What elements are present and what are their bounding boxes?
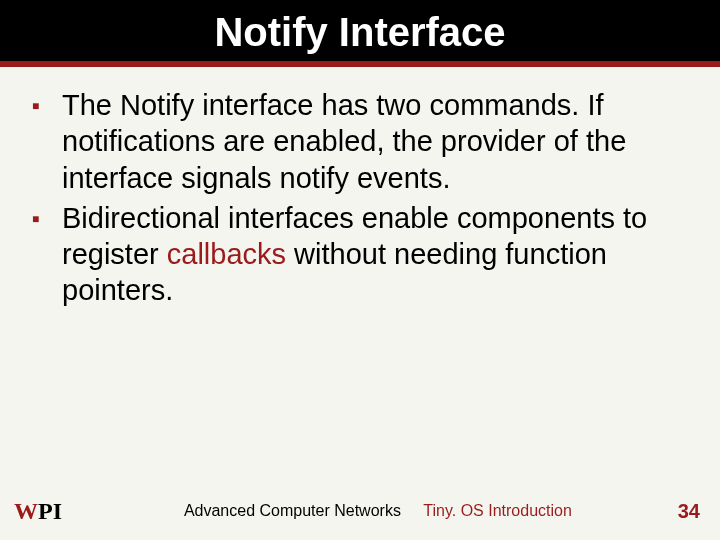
footer-center: Advanced Computer Networks Tiny. OS Intr… <box>78 502 678 520</box>
svg-text:W: W <box>14 498 38 524</box>
slide-footer: W PI Advanced Computer Networks Tiny. OS… <box>0 496 720 526</box>
footer-course: Advanced Computer Networks <box>184 502 401 519</box>
bullet-highlight: callbacks <box>167 238 286 270</box>
bullet-item: The Notify interface has two commands. I… <box>26 87 694 196</box>
page-number: 34 <box>678 500 700 523</box>
bullet-item: Bidirectional interfaces enable componen… <box>26 200 694 309</box>
svg-text:PI: PI <box>38 498 62 524</box>
slide-title: Notify Interface <box>0 10 720 55</box>
bullet-list: The Notify interface has two commands. I… <box>26 87 694 309</box>
title-bar: Notify Interface <box>0 0 720 67</box>
wpi-logo: W PI <box>14 496 78 526</box>
footer-topic: Tiny. OS Introduction <box>423 502 572 519</box>
slide-content: The Notify interface has two commands. I… <box>0 67 720 309</box>
bullet-text: The Notify interface has two commands. I… <box>62 89 626 194</box>
